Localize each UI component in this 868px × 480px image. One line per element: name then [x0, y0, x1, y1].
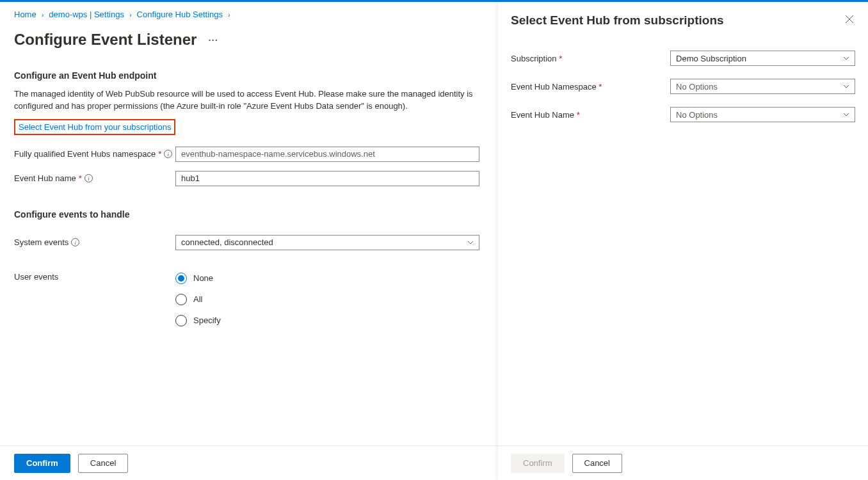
cancel-button[interactable]: Cancel [78, 454, 128, 473]
required-marker: * [559, 54, 562, 63]
side-footer: Confirm Cancel [498, 445, 868, 480]
breadcrumb: Home › demo-wps | Settings › Configure H… [14, 10, 484, 19]
subscription-label: Subscription * [511, 54, 670, 63]
eh-namespace-value: No Options [676, 82, 718, 92]
eh-name-label: Event Hub Name * [511, 110, 670, 120]
side-panel-title: Select Event Hub from subscriptions [511, 13, 724, 28]
chevron-down-icon [467, 239, 474, 246]
side-panel-header: Select Event Hub from subscriptions [511, 13, 855, 28]
close-icon[interactable] [844, 13, 855, 27]
required-marker: * [577, 110, 580, 120]
namespace-row: Fully qualified Event Hubs namespace * i [14, 147, 484, 162]
info-icon[interactable]: i [71, 238, 79, 246]
chevron-down-icon [843, 111, 849, 118]
subscription-value: Demo Subscription [676, 54, 746, 63]
main-panel: Home › demo-wps | Settings › Configure H… [0, 2, 498, 480]
user-events-radio-group: None All Specify [175, 273, 484, 326]
radio-button-icon [175, 315, 187, 326]
eh-name-label-text: Event Hub Name [511, 110, 574, 120]
eh-name-row: Event Hub Name * No Options [511, 107, 855, 122]
side-panel: Select Event Hub from subscriptions Subs… [498, 2, 868, 480]
namespace-label-text: Fully qualified Event Hubs namespace [14, 149, 156, 159]
radio-none-label: None [193, 273, 213, 283]
eh-namespace-select[interactable]: No Options [670, 79, 855, 94]
chevron-right-icon: › [42, 11, 44, 19]
radio-all[interactable]: All [175, 294, 484, 305]
side-cancel-button[interactable]: Cancel [572, 454, 622, 473]
side-confirm-button: Confirm [511, 454, 565, 473]
breadcrumb-home[interactable]: Home [14, 10, 36, 19]
main-footer: Confirm Cancel [0, 445, 498, 480]
namespace-label: Fully qualified Event Hubs namespace * i [14, 149, 175, 159]
eh-namespace-label-text: Event Hub Namespace [511, 82, 597, 92]
radio-specify-label: Specify [193, 316, 221, 325]
namespace-input[interactable] [175, 147, 479, 162]
eh-name-value: No Options [676, 110, 718, 120]
select-from-subscriptions-highlight: Select Event Hub from your subscriptions [14, 119, 175, 135]
eh-namespace-label: Event Hub Namespace * [511, 82, 670, 92]
system-events-label-text: System events [14, 237, 68, 247]
confirm-button[interactable]: Confirm [14, 454, 70, 473]
eh-name-select[interactable]: No Options [670, 107, 855, 122]
eh-namespace-row: Event Hub Namespace * No Options [511, 79, 855, 94]
info-icon[interactable]: i [164, 150, 172, 158]
subscription-row: Subscription * Demo Subscription [511, 51, 855, 66]
system-events-value: connected, disconnected [181, 237, 273, 247]
system-events-row: System events i connected, disconnected [14, 235, 484, 250]
chevron-right-icon: › [129, 11, 132, 19]
subscription-select[interactable]: Demo Subscription [670, 51, 855, 66]
select-from-subscriptions-link[interactable]: Select Event Hub from your subscriptions [19, 122, 171, 132]
required-marker: * [79, 173, 82, 183]
page-title-text: Configure Event Listener [14, 31, 197, 49]
user-events-label-text: User events [14, 272, 58, 282]
info-icon[interactable]: i [84, 174, 93, 182]
section-endpoint-description: The managed identity of Web PubSub resou… [14, 88, 475, 113]
page-title: Configure Event Listener ··· [14, 31, 484, 49]
radio-button-icon [175, 273, 187, 284]
radio-specify[interactable]: Specify [175, 315, 484, 326]
more-menu-icon[interactable]: ··· [208, 35, 218, 45]
hubname-input[interactable] [175, 171, 479, 186]
user-events-label: User events [14, 272, 175, 282]
breadcrumb-resource[interactable]: demo-wps | Settings [49, 10, 124, 19]
radio-all-label: All [193, 294, 202, 304]
section-endpoint-title: Configure an Event Hub endpoint [14, 70, 484, 81]
system-events-select[interactable]: connected, disconnected [175, 235, 479, 250]
radio-button-icon [175, 294, 187, 305]
breadcrumb-configure[interactable]: Configure Hub Settings [137, 10, 223, 19]
hubname-label-text: Event Hub name [14, 173, 76, 183]
required-marker: * [158, 149, 161, 159]
chevron-down-icon [843, 55, 849, 61]
subscription-label-text: Subscription [511, 54, 557, 63]
radio-none[interactable]: None [175, 273, 484, 284]
hubname-label: Event Hub name * i [14, 173, 175, 183]
chevron-down-icon [843, 83, 849, 90]
chevron-right-icon: › [228, 11, 230, 19]
system-events-label: System events i [14, 237, 175, 247]
required-marker: * [599, 82, 602, 92]
section-events-title: Configure events to handle [14, 209, 484, 220]
hubname-row: Event Hub name * i [14, 171, 484, 186]
